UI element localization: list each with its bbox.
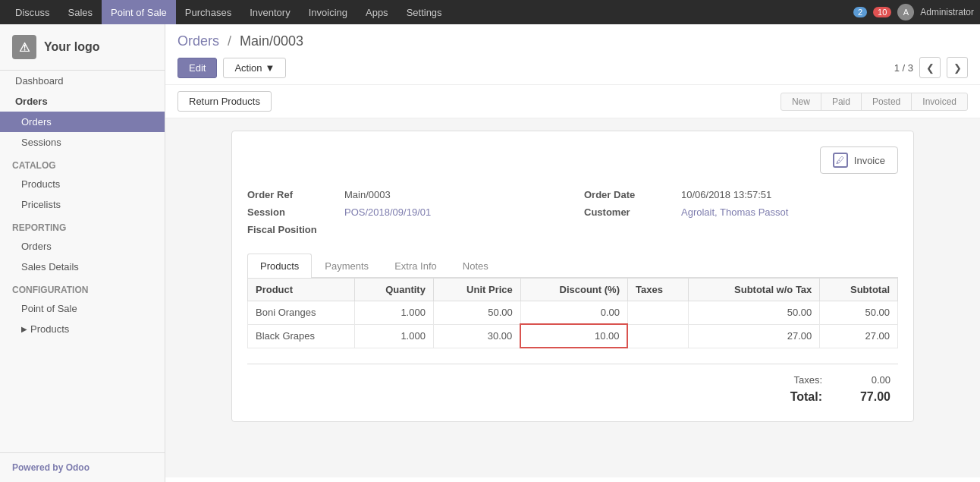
next-button[interactable]: ❯ [947,57,968,78]
product-name-2: Black Grapes [248,324,355,348]
tab-extra-info[interactable]: Extra Info [382,254,450,278]
sidebar-section-catalog: Catalog [0,153,165,174]
toolbar-right: 1 / 3 ❮ ❯ [894,57,968,78]
breadcrumb-parent[interactable]: Orders [177,33,219,49]
subtotal-wot-2: 27.00 [688,324,819,348]
nav-apps[interactable]: Apps [357,0,397,24]
total-value: 77.00 [837,390,890,404]
layout: ⚠ Your logo Dashboard Orders Orders Sess… [0,24,980,482]
table-body: Boni Oranges 1.000 50.00 0.00 50.00 50.0… [248,301,898,348]
logo-text: Your logo [44,40,99,54]
prev-button[interactable]: ❮ [919,57,941,78]
invoice-label: Invoice [854,155,885,166]
sidebar-item-orders[interactable]: Orders [0,112,165,132]
sidebar-item-sessions[interactable]: Sessions [0,132,165,153]
breadcrumb-sep: / [228,33,231,49]
action-button[interactable]: Action ▼ [223,58,286,78]
discount-1: 0.00 [520,301,627,325]
order-ref-label: Order Ref [247,189,338,200]
taxes-value: 0.00 [837,374,890,386]
fiscal-position-label: Fiscal Position [247,224,338,235]
subtotal-1: 50.00 [820,301,898,325]
taxes-label: Taxes: [762,374,822,386]
customer-value[interactable]: Agrolait, Thomas Passot [681,206,788,218]
sidebar-logo: ⚠ Your logo [0,24,165,71]
order-ref-row: Order Ref Main/0003 Session POS/2018/09/… [247,186,561,238]
total-label: Total: [762,390,822,404]
order-date-value: 10/06/2018 13:57:51 [681,189,771,200]
status-posted[interactable]: Posted [861,93,912,111]
sidebar-item-products[interactable]: Products [0,174,165,194]
action-dropdown-icon: ▼ [265,62,275,74]
status-new[interactable]: New [781,93,821,111]
username: Administrator [920,7,974,17]
tab-products[interactable]: Products [247,254,312,278]
subtotal-2: 27.00 [820,324,898,348]
invoice-icon: 🖊 [833,153,848,168]
sidebar-footer: Powered by Odoo [0,452,165,482]
nav-invoicing[interactable]: Invoicing [300,0,357,24]
form-card: 🖊 Invoice Order Ref Main/0003 Session PO… [231,131,914,422]
table-head: Product Quantity Unit Price Discount (%)… [248,279,898,301]
powered-brand: Odoo [66,462,90,473]
invoice-button[interactable]: 🖊 Invoice [820,146,898,174]
powered-by-text: Powered by [12,462,63,473]
table-row: Black Grapes 1.000 30.00 10.00 27.00 27.… [248,324,898,348]
nav-purchases[interactable]: Purchases [176,0,240,24]
sidebar-item-sales-details[interactable]: Sales Details [0,257,165,277]
sidebar-item-reporting-orders[interactable]: Orders [0,236,165,257]
nav-discuss[interactable]: Discuss [6,0,59,24]
return-products-button[interactable]: Return Products [177,91,272,112]
page-header: Orders / Main/0003 Edit Action ▼ 1 / 3 ❮… [165,24,980,85]
quantity-2: 1.000 [355,324,434,348]
order-fields: Order Ref Main/0003 Session POS/2018/09/… [247,186,898,238]
tab-payments[interactable]: Payments [312,254,382,278]
tabs: Products Payments Extra Info Notes [247,254,898,278]
status-paid[interactable]: Paid [821,93,862,111]
unit-price-2: 30.00 [433,324,520,348]
status-invoiced[interactable]: Invoiced [911,93,968,111]
sidebar-item-dashboard[interactable]: Dashboard [0,71,165,91]
session-value[interactable]: POS/2018/09/19/01 [344,206,431,218]
subtotal-wot-1: 50.00 [688,301,819,325]
form-area: 🖊 Invoice Order Ref Main/0003 Session PO… [165,118,980,477]
tab-notes[interactable]: Notes [450,254,501,278]
sidebar-item-products-config[interactable]: ▶ Products [0,319,165,339]
taxes-2 [627,324,688,348]
toolbar: Edit Action ▼ 1 / 3 ❮ ❯ [177,57,968,78]
unit-price-1: 50.00 [433,301,520,325]
badge-blue: 2 [853,7,867,17]
pagination-info: 1 / 3 [894,62,913,74]
action-label: Action [234,62,262,74]
nav-right: 2 10 A Administrator [853,4,974,20]
tab-list: Products Payments Extra Info Notes [247,254,898,277]
table-row: Boni Oranges 1.000 50.00 0.00 50.00 50.0… [248,301,898,325]
order-ref-value: Main/0003 [344,189,391,200]
sidebar-section-reporting: Reporting [0,215,165,236]
nav-items: Discuss Sales Point of Sale Purchases In… [6,0,853,24]
taxes-row: Taxes: 0.00 [247,372,898,388]
sidebar-item-point-of-sale-config[interactable]: Point of Sale [0,298,165,319]
grand-total-row: Total: 77.00 [247,388,898,406]
breadcrumb: Orders / Main/0003 [177,33,968,49]
nav-point-of-sale[interactable]: Point of Sale [102,0,176,24]
main-content: Orders / Main/0003 Edit Action ▼ 1 / 3 ❮… [165,24,980,482]
col-taxes: Taxes [627,279,688,301]
breadcrumb-current: Main/0003 [240,33,303,49]
invoice-area: 🖊 Invoice [247,146,898,174]
nav-sales[interactable]: Sales [59,0,102,24]
col-unit-price: Unit Price [433,279,520,301]
nav-inventory[interactable]: Inventory [240,0,299,24]
discount-2-highlighted[interactable]: 10.00 [520,324,627,348]
col-product: Product [248,279,355,301]
order-date-col: Order Date 10/06/2018 13:57:51 Customer … [584,186,898,238]
top-nav: Discuss Sales Point of Sale Purchases In… [0,0,980,24]
edit-button[interactable]: Edit [177,58,217,78]
col-subtotal-wot: Subtotal w/o Tax [688,279,819,301]
sidebar-item-pricelists[interactable]: Pricelists [0,194,165,215]
nav-settings[interactable]: Settings [397,0,451,24]
customer-label: Customer [584,206,675,218]
avatar: A [897,4,914,20]
product-name-1: Boni Oranges [248,301,355,325]
products-config-label: Products [30,323,69,335]
